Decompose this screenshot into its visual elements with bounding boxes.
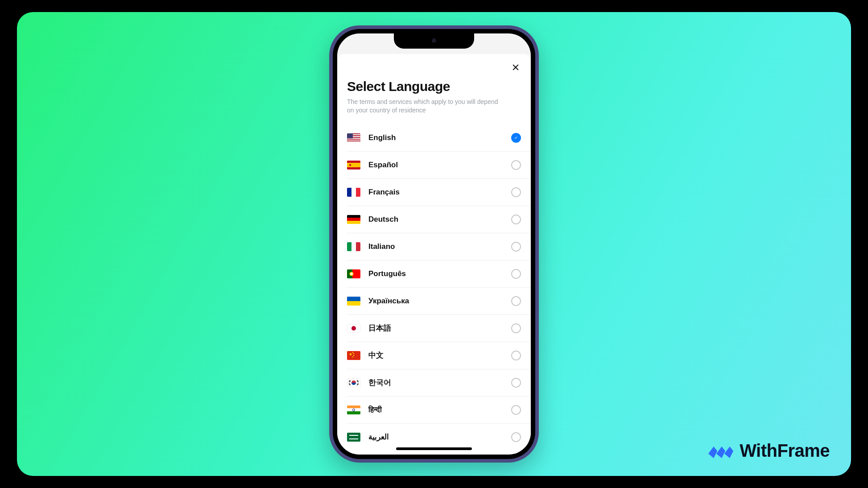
flag-es-icon <box>347 161 360 170</box>
radio-unselected-icon[interactable] <box>511 187 521 197</box>
radio-unselected-icon[interactable] <box>511 323 521 333</box>
sheet-header: Select Language The terms and services w… <box>337 54 531 121</box>
flag-cn-icon: ★ <box>347 351 360 360</box>
language-row-pt[interactable]: Português <box>337 261 531 287</box>
language-label: Español <box>368 161 511 170</box>
stage: Select Language The terms and services w… <box>0 0 868 488</box>
flag-sa-icon <box>347 433 360 442</box>
sheet-subtitle: The terms and services which apply to yo… <box>347 98 499 115</box>
flag-ua-icon <box>347 297 360 306</box>
brand-name: WithFrame <box>740 441 830 461</box>
language-row-sa[interactable]: العربية <box>337 424 531 451</box>
language-label: Українська <box>368 297 511 306</box>
flag-pt-icon <box>347 269 360 278</box>
close-button[interactable] <box>508 61 523 75</box>
language-label: 日本語 <box>368 323 511 333</box>
language-row-kr[interactable]: 한국어 <box>337 369 531 396</box>
language-row-us[interactable]: English <box>337 124 531 151</box>
language-list[interactable]: EnglishEspañolFrançaisDeutschItalianoPor… <box>337 121 531 455</box>
flag-in-icon <box>347 405 360 414</box>
flag-jp-icon <box>347 324 360 333</box>
language-label: Français <box>368 188 511 197</box>
radio-unselected-icon[interactable] <box>511 378 521 388</box>
brand: WithFrame <box>708 441 830 461</box>
language-label: Português <box>368 269 511 278</box>
language-label: हिन्दी <box>368 405 511 414</box>
gradient-card: Select Language The terms and services w… <box>17 12 851 476</box>
flag-fr-icon <box>347 188 360 197</box>
radio-unselected-icon[interactable] <box>511 269 521 279</box>
language-label: Italiano <box>368 242 511 251</box>
language-label: العربية <box>368 432 511 442</box>
flag-us-icon <box>347 133 360 142</box>
language-row-ua[interactable]: Українська <box>337 288 531 314</box>
close-icon <box>512 63 520 73</box>
sheet-title: Select Language <box>347 79 521 94</box>
flag-kr-icon <box>347 378 360 387</box>
radio-unselected-icon[interactable] <box>511 215 521 224</box>
flag-de-icon <box>347 215 360 224</box>
phone-bezel: Select Language The terms and services w… <box>333 29 535 459</box>
language-label: English <box>368 133 511 142</box>
radio-unselected-icon[interactable] <box>511 405 521 415</box>
home-indicator[interactable] <box>396 447 472 450</box>
brand-logo-icon <box>708 441 734 461</box>
phone-frame: Select Language The terms and services w… <box>329 25 539 463</box>
phone-screen: Select Language The terms and services w… <box>337 33 531 455</box>
language-row-de[interactable]: Deutsch <box>337 206 531 233</box>
language-row-it[interactable]: Italiano <box>337 233 531 260</box>
language-label: 中文 <box>368 350 511 360</box>
radio-unselected-icon[interactable] <box>511 351 521 360</box>
radio-unselected-icon[interactable] <box>511 296 521 306</box>
radio-selected-icon[interactable] <box>511 133 521 143</box>
radio-unselected-icon[interactable] <box>511 432 521 442</box>
phone-notch <box>394 33 474 49</box>
language-label: 한국어 <box>368 377 511 388</box>
language-row-in[interactable]: हिन्दी <box>337 397 531 423</box>
flag-it-icon <box>347 242 360 251</box>
radio-unselected-icon[interactable] <box>511 242 521 252</box>
language-row-es[interactable]: Español <box>337 152 531 178</box>
language-row-fr[interactable]: Français <box>337 179 531 206</box>
language-row-cn[interactable]: ★中文 <box>337 342 531 369</box>
language-sheet: Select Language The terms and services w… <box>337 54 531 455</box>
language-label: Deutsch <box>368 215 511 224</box>
radio-unselected-icon[interactable] <box>511 160 521 170</box>
language-row-jp[interactable]: 日本語 <box>337 315 531 342</box>
